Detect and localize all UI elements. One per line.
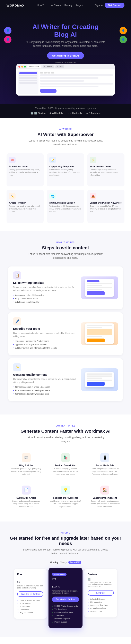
plan-sub-free: Browse to find out how you can get a tas…: [17, 585, 43, 589]
step-2-ui-textarea: [87, 329, 112, 335]
mockup-content: [16, 70, 115, 96]
avatar-2: 👤: [4, 36, 12, 43]
mockup-tool-4: [51, 72, 54, 74]
pricing-title: Get started for free and upgrade later b…: [7, 536, 124, 546]
mockup-line-4: [40, 83, 113, 84]
step-2-mini-ui: [85, 324, 114, 344]
nav-link-usecases[interactable]: Use Cases: [49, 4, 61, 7]
custom-feat-5: ✓Custom pricing: [88, 610, 114, 612]
features-grid: 🧠 Brainstorm faster Quickly generate ide…: [7, 153, 124, 223]
trusted-logo-2: ◆ ◆ Blockify: [50, 112, 63, 114]
feature-icon-2: 📝: [49, 156, 56, 163]
navigation: WORDMAX How To Use Cases Pricing Pages S…: [0, 0, 131, 10]
gen-title-3: Social Media Ads: [89, 464, 121, 466]
free-feat-5: ✓Regular support: [17, 612, 43, 614]
step-2-desc: Give us some context on the topic you ne…: [13, 332, 77, 338]
pricing-section: PRICING Get started for free and upgrade…: [0, 522, 131, 637]
feature-title-3: Write content faster: [90, 165, 122, 168]
plan-btn-custom[interactable]: Let's talk: [88, 590, 114, 596]
toggle-yearly[interactable]: Yearly: [60, 561, 67, 564]
gen-icon-3: 📱: [100, 453, 109, 462]
nav-signin[interactable]: Sign In: [95, 4, 102, 7]
nav-link-howto[interactable]: How To: [37, 4, 45, 7]
pricing-card-pro: Most Popular Pro $19/mo For content crea…: [49, 568, 82, 628]
avatar-4: 👤: [119, 36, 127, 43]
step-3-desc: Our powerful AI generates the perfect co…: [13, 378, 77, 384]
generate-section: CONTENT TYPES Generate Content Faster wi…: [0, 414, 131, 522]
trusted-text: Trusted by 10,000+ bloggers, marketing t…: [3, 107, 128, 110]
feature-card-2: 📝 Copywriting Templates Choose from 70+ …: [47, 153, 84, 187]
gen-icon-5: 💡: [61, 486, 70, 494]
hero-avatar-right: 👤 👤: [119, 27, 127, 45]
trusted-logos: 🏢 🏢 Startup ◆ ◆ Blockify ✦ ✦ Markedly △ …: [3, 112, 128, 114]
save-badge: Save 40%: [68, 561, 81, 564]
mockup-line-1: [40, 74, 113, 76]
pro-feat-5: ✓Unlimited requests: [52, 618, 79, 620]
gen-icon-2: 🛍️: [61, 453, 70, 462]
mockup-bar: × Dashboard × Content + New: [16, 64, 115, 70]
gen-card-6: 🏠 Landing Page Content Create high quali…: [87, 482, 123, 512]
plan-price-free: $0: [17, 578, 43, 584]
gen-title-6: Landing Page Content: [89, 496, 121, 499]
step-3-ui-line-1: [87, 374, 112, 375]
feature-desc-5: Write content in 30+ languages with our …: [49, 205, 81, 213]
pricing-label: PRICING: [7, 532, 124, 534]
steps-section: HOW IT WORKS Steps to write content Let …: [0, 231, 131, 414]
mockup-toolbar: [40, 71, 113, 74]
pro-feat-6: ✓Priority support: [52, 621, 79, 623]
plan-btn-pro[interactable]: Get started for free: [52, 596, 79, 602]
nav-link-pages[interactable]: Pages: [76, 4, 82, 7]
custom-feat-1: ✓Unlimited AI words: [88, 598, 114, 600]
nav-get-started-button[interactable]: Get Started: [105, 3, 124, 8]
gen-icon-1: 📰: [22, 453, 31, 462]
generate-desc: Let us AI assist you when starting or wr…: [23, 436, 108, 443]
step-3-ui-line-3: [87, 378, 102, 379]
steps-label: HOW IT WORKS: [7, 241, 124, 244]
step-3-text: ✨ Generate quality content Our powerful …: [13, 363, 77, 396]
step-card-1: 📋 Select writing template Simply choose …: [8, 266, 123, 309]
mockup-sidebar-item-3: [19, 77, 37, 79]
step-3-item-3: Generate up to 2,000 words per click: [13, 393, 77, 396]
plan-btn-free[interactable]: Give AI a try for free: [17, 591, 43, 597]
step-1-ui-line-5: [87, 289, 102, 290]
feature-desc-4: Rewrite your existing blog articles with…: [9, 205, 41, 213]
feature-desc-1: Quickly generate ideas for blog posts, a…: [9, 168, 41, 177]
feature-card-3: ⚡ Write content faster Generate high-qua…: [87, 153, 124, 187]
hero-section: 👤 👤 👤 👤 AI Writer for Creating Blog AI A…: [0, 10, 131, 104]
free-feat-4: ✓1 user seat: [17, 608, 43, 611]
step-1-ui-line-2: [87, 283, 112, 284]
hero-cta-button[interactable]: Get writing in Blog AI: [47, 52, 84, 59]
popular-badge: Most Popular: [52, 573, 67, 576]
trusted-logo-1: 🏢 🏢 Startup: [31, 112, 46, 114]
step-2-item-1: Type your Company or Product name: [13, 340, 77, 342]
step-3-visual: [81, 368, 118, 391]
step-2-ui-line-1: [87, 325, 112, 326]
step-1-text: 📋 Select writing template Simply choose …: [13, 271, 77, 304]
pro-feat-2: ✓70+ templates: [52, 608, 79, 610]
gen-icon-6: 🏠: [100, 486, 109, 494]
feature-icon-6: 📤: [90, 193, 96, 200]
step-2-title: Describe your topic: [13, 327, 77, 330]
nav-link-pricing[interactable]: Pricing: [64, 4, 72, 7]
mockup-tool-1: [40, 72, 43, 74]
step-3-list: Generate content in under 10 seconds Fin…: [13, 386, 77, 396]
avatar-3: 👤: [119, 27, 127, 34]
gen-title-1: Blog Articles: [10, 464, 42, 466]
step-3-item-1: Generate content in under 10 seconds: [13, 386, 77, 388]
pricing-card-custom: Custom 🏢 Custom your unique plan, for yo…: [84, 569, 117, 618]
step-2-icon: 🖊️: [13, 317, 21, 326]
gen-card-4: 📄 Summarize Article Quickly and accurate…: [8, 482, 44, 512]
pro-feat-3: ✓Compose Editor Flow: [52, 611, 79, 613]
toggle-monthly[interactable]: Monthly: [50, 561, 58, 564]
gen-desc-1: Write and generate high-quality blog con…: [10, 468, 42, 476]
feature-icon-3: ⚡: [90, 156, 96, 163]
mockup-line-2: [40, 77, 98, 79]
step-3-item-2: Fine-tune content to match your needs: [13, 389, 77, 392]
mockup-sidebar-item-1: [19, 72, 37, 74]
step-3-mini-ui: [85, 372, 114, 387]
step-1-ui-line-3: [87, 285, 102, 286]
step-2-ui-btn: [87, 338, 105, 342]
step-3-title: Generate quality content: [13, 373, 77, 376]
nav-actions: Sign In Get Started: [95, 3, 124, 8]
steps-title: Steps to write content: [7, 245, 124, 250]
